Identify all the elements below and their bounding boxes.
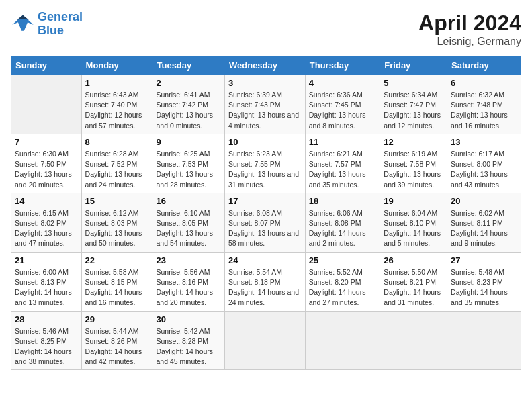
calendar-cell: 13Sunrise: 6:17 AMSunset: 8:00 PMDayligh…	[447, 134, 521, 193]
logo-bird-icon	[11, 14, 35, 34]
day-number: 18	[309, 196, 377, 206]
day-info: Sunrise: 6:39 AMSunset: 7:43 PMDaylight:…	[228, 90, 302, 131]
day-info: Sunrise: 6:32 AMSunset: 7:48 PMDaylight:…	[451, 90, 517, 131]
day-number: 22	[85, 255, 149, 265]
calendar-cell: 3Sunrise: 6:39 AMSunset: 7:43 PMDaylight…	[224, 75, 305, 134]
day-info: Sunrise: 6:43 AMSunset: 7:40 PMDaylight:…	[85, 90, 149, 131]
day-info: Sunrise: 5:58 AMSunset: 8:15 PMDaylight:…	[85, 267, 149, 308]
calendar-cell: 6Sunrise: 6:32 AMSunset: 7:48 PMDaylight…	[447, 75, 521, 134]
weekday-header-friday: Friday	[380, 56, 447, 75]
day-number: 7	[15, 137, 78, 147]
weekday-header-monday: Monday	[81, 56, 152, 75]
day-number: 9	[156, 137, 221, 147]
calendar-title: April 2024	[418, 11, 521, 36]
day-number: 29	[85, 314, 149, 324]
day-info: Sunrise: 5:54 AMSunset: 8:18 PMDaylight:…	[228, 267, 302, 308]
day-info: Sunrise: 5:46 AMSunset: 8:25 PMDaylight:…	[15, 326, 78, 367]
day-number: 30	[156, 314, 221, 324]
title-area: April 2024 Leisnig, Germany	[418, 11, 521, 48]
calendar-cell: 23Sunrise: 5:56 AMSunset: 8:16 PMDayligh…	[152, 252, 225, 311]
day-number: 3	[228, 78, 302, 88]
day-number: 26	[384, 255, 443, 265]
day-number: 16	[156, 196, 221, 206]
calendar-cell: 20Sunrise: 6:02 AMSunset: 8:11 PMDayligh…	[447, 193, 521, 252]
calendar-cell: 14Sunrise: 6:15 AMSunset: 8:02 PMDayligh…	[11, 193, 82, 252]
day-number: 17	[228, 196, 302, 206]
calendar-cell: 26Sunrise: 5:50 AMSunset: 8:21 PMDayligh…	[380, 252, 447, 311]
calendar-cell: 10Sunrise: 6:23 AMSunset: 7:55 PMDayligh…	[224, 134, 305, 193]
day-number: 12	[384, 137, 443, 147]
weekday-header-row: SundayMondayTuesdayWednesdayThursdayFrid…	[11, 56, 521, 75]
day-info: Sunrise: 6:08 AMSunset: 8:07 PMDaylight:…	[228, 208, 302, 249]
day-number: 6	[451, 78, 517, 88]
day-info: Sunrise: 5:44 AMSunset: 8:26 PMDaylight:…	[85, 326, 149, 367]
calendar-cell: 11Sunrise: 6:21 AMSunset: 7:57 PMDayligh…	[305, 134, 380, 193]
day-number: 15	[85, 196, 149, 206]
day-number: 11	[309, 137, 377, 147]
calendar-cell	[447, 311, 521, 370]
day-info: Sunrise: 6:17 AMSunset: 8:00 PMDaylight:…	[451, 149, 517, 190]
day-number: 8	[85, 137, 149, 147]
day-number: 28	[15, 314, 78, 324]
calendar-cell: 15Sunrise: 6:12 AMSunset: 8:03 PMDayligh…	[81, 193, 152, 252]
day-info: Sunrise: 6:34 AMSunset: 7:47 PMDaylight:…	[384, 90, 443, 131]
calendar-cell: 25Sunrise: 5:52 AMSunset: 8:20 PMDayligh…	[305, 252, 380, 311]
calendar-cell: 12Sunrise: 6:19 AMSunset: 7:58 PMDayligh…	[380, 134, 447, 193]
day-info: Sunrise: 6:19 AMSunset: 7:58 PMDaylight:…	[384, 149, 443, 190]
day-info: Sunrise: 6:25 AMSunset: 7:53 PMDaylight:…	[156, 149, 221, 190]
day-number: 23	[156, 255, 221, 265]
calendar-cell	[305, 311, 380, 370]
day-info: Sunrise: 6:04 AMSunset: 8:10 PMDaylight:…	[384, 208, 443, 249]
week-row-4: 21Sunrise: 6:00 AMSunset: 8:13 PMDayligh…	[11, 252, 521, 311]
week-row-1: 1Sunrise: 6:43 AMSunset: 7:40 PMDaylight…	[11, 75, 521, 134]
weekday-header-tuesday: Tuesday	[152, 56, 225, 75]
day-info: Sunrise: 6:41 AMSunset: 7:42 PMDaylight:…	[156, 90, 221, 131]
day-number: 19	[384, 196, 443, 206]
day-number: 1	[85, 78, 149, 88]
day-info: Sunrise: 6:10 AMSunset: 8:05 PMDaylight:…	[156, 208, 221, 249]
day-number: 27	[451, 255, 517, 265]
calendar-cell: 24Sunrise: 5:54 AMSunset: 8:18 PMDayligh…	[224, 252, 305, 311]
calendar-cell: 9Sunrise: 6:25 AMSunset: 7:53 PMDaylight…	[152, 134, 225, 193]
calendar-cell: 30Sunrise: 5:42 AMSunset: 8:28 PMDayligh…	[152, 311, 225, 370]
weekday-header-wednesday: Wednesday	[224, 56, 305, 75]
day-number: 25	[309, 255, 377, 265]
day-info: Sunrise: 5:52 AMSunset: 8:20 PMDaylight:…	[309, 267, 377, 308]
calendar-cell: 28Sunrise: 5:46 AMSunset: 8:25 PMDayligh…	[11, 311, 82, 370]
calendar-cell: 29Sunrise: 5:44 AMSunset: 8:26 PMDayligh…	[81, 311, 152, 370]
calendar-cell	[380, 311, 447, 370]
week-row-3: 14Sunrise: 6:15 AMSunset: 8:02 PMDayligh…	[11, 193, 521, 252]
calendar-cell: 17Sunrise: 6:08 AMSunset: 8:07 PMDayligh…	[224, 193, 305, 252]
calendar-cell: 1Sunrise: 6:43 AMSunset: 7:40 PMDaylight…	[81, 75, 152, 134]
day-number: 2	[156, 78, 221, 88]
day-info: Sunrise: 6:15 AMSunset: 8:02 PMDaylight:…	[15, 208, 78, 249]
day-info: Sunrise: 6:36 AMSunset: 7:45 PMDaylight:…	[309, 90, 377, 131]
day-info: Sunrise: 6:30 AMSunset: 7:50 PMDaylight:…	[15, 149, 78, 190]
day-number: 24	[228, 255, 302, 265]
day-info: Sunrise: 5:42 AMSunset: 8:28 PMDaylight:…	[156, 326, 221, 367]
weekday-header-thursday: Thursday	[305, 56, 380, 75]
calendar-cell: 22Sunrise: 5:58 AMSunset: 8:15 PMDayligh…	[81, 252, 152, 311]
day-number: 10	[228, 137, 302, 147]
day-info: Sunrise: 6:06 AMSunset: 8:08 PMDaylight:…	[309, 208, 377, 249]
calendar-cell: 19Sunrise: 6:04 AMSunset: 8:10 PMDayligh…	[380, 193, 447, 252]
week-row-5: 28Sunrise: 5:46 AMSunset: 8:25 PMDayligh…	[11, 311, 521, 370]
weekday-header-sunday: Sunday	[11, 56, 82, 75]
day-info: Sunrise: 6:28 AMSunset: 7:52 PMDaylight:…	[85, 149, 149, 190]
calendar-subtitle: Leisnig, Germany	[418, 36, 521, 48]
day-number: 14	[15, 196, 78, 206]
header: General Blue April 2024 Leisnig, Germany	[11, 11, 521, 48]
calendar-cell	[11, 75, 82, 134]
day-number: 13	[451, 137, 517, 147]
day-number: 21	[15, 255, 78, 265]
calendar-cell: 5Sunrise: 6:34 AMSunset: 7:47 PMDaylight…	[380, 75, 447, 134]
logo: General Blue	[11, 11, 83, 38]
calendar-cell	[224, 311, 305, 370]
calendar-cell: 2Sunrise: 6:41 AMSunset: 7:42 PMDaylight…	[152, 75, 225, 134]
day-info: Sunrise: 6:12 AMSunset: 8:03 PMDaylight:…	[85, 208, 149, 249]
day-info: Sunrise: 6:00 AMSunset: 8:13 PMDaylight:…	[15, 267, 78, 308]
day-number: 5	[384, 78, 443, 88]
day-number: 20	[451, 196, 517, 206]
calendar-cell: 27Sunrise: 5:48 AMSunset: 8:23 PMDayligh…	[447, 252, 521, 311]
calendar-cell: 21Sunrise: 6:00 AMSunset: 8:13 PMDayligh…	[11, 252, 82, 311]
